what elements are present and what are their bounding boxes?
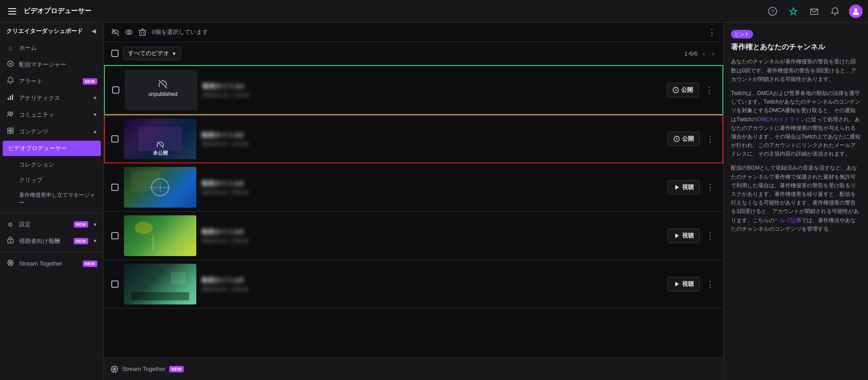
row-checkbox-4[interactable] (111, 232, 119, 239)
svg-text:?: ? (771, 9, 774, 15)
pagination-next-button[interactable]: › (711, 49, 716, 58)
toolbar-more-button[interactable]: ⋮ (708, 27, 716, 37)
video-meta-1: 2024-01-15 · 2:34:10 (203, 92, 661, 98)
help-article-link[interactable]: ヘルプ記事 (774, 217, 802, 223)
unpublished-label-2: 未公開 (153, 150, 168, 157)
stream-manager-icon (6, 60, 14, 69)
watch-label-5: 視聴 (682, 280, 694, 288)
row-checkbox-1[interactable] (112, 86, 119, 94)
video-title-5: 動画タイトル5 (202, 276, 662, 285)
video-producer-label: ビデオプロデューサー (8, 144, 67, 152)
magic-icon-button[interactable] (787, 5, 800, 18)
sidebar-item-analytics-label: アナリティクス (19, 94, 88, 102)
selection-count: 0個を選択しています (152, 28, 702, 36)
svg-point-20 (126, 30, 132, 34)
svg-marker-2 (790, 8, 797, 15)
video-title-3: 動画タイトル3 (202, 180, 662, 188)
video-thumbnail-4[interactable] (124, 215, 196, 256)
video-info-5: 動画タイトル5 2024-01-11 · 1:48:33 (202, 276, 662, 292)
sidebar-item-settings[interactable]: ⚙ 設定 NEW ▼ (0, 216, 104, 233)
row-checkbox-2[interactable] (111, 135, 119, 142)
row-checkbox-3[interactable] (111, 184, 119, 191)
video-title-1: 動画タイトル1 (203, 82, 661, 90)
sidebar-collapse-button[interactable]: ◄ (90, 27, 97, 35)
sidebar-sub-item-clips[interactable]: クリップ (0, 172, 104, 188)
alerts-icon (6, 77, 14, 86)
viewer-rewards-icon (6, 237, 14, 245)
sidebar-item-community[interactable]: コミュニティ ▼ (0, 106, 104, 123)
pagination-prev-button[interactable]: ‹ (701, 49, 707, 58)
video-info-3: 動画タイトル3 2024-01-13 · 4:05:22 (202, 180, 662, 195)
publish-button-1[interactable]: 公開 (667, 83, 699, 97)
help-icon-button[interactable]: ? (766, 5, 779, 18)
video-thumbnail-5[interactable] (124, 264, 196, 304)
publish-button-2[interactable]: 公開 (668, 132, 700, 146)
sidebar-item-settings-label: 設定 (19, 220, 69, 228)
video-filter-dropdown[interactable]: すべてのビデオ ▼ (123, 47, 181, 60)
sidebar-item-analytics[interactable]: アナリティクス ▼ (0, 90, 104, 106)
video-info-4: 動画タイトル4 2024-01-12 · 2:55:18 (202, 228, 662, 243)
mail-icon-button[interactable] (807, 5, 821, 18)
watch-button-5[interactable]: 視聴 (668, 277, 700, 291)
avatar-button[interactable] (849, 5, 863, 18)
sidebar-divider-1 (0, 213, 104, 214)
dmca-guidelines-link[interactable]: DMCAガイドライン (757, 116, 806, 123)
settings-icon: ⚙ (6, 221, 14, 228)
hide-button[interactable] (111, 28, 119, 36)
sidebar-sub-item-copyright[interactable]: 著作権侵害申し立てマネージャー (0, 188, 104, 210)
filter-dropdown-chevron-icon: ▼ (172, 51, 176, 56)
stream-together-icon (6, 259, 14, 268)
sidebar-sub-item-video-producer[interactable]: ビデオプロデューサー (3, 141, 101, 156)
body-wrap: クリエイターダッシュボード ◄ ⌂ ホーム 配信マネージャー アラート NEW … (0, 23, 868, 380)
delete-button[interactable] (138, 28, 147, 36)
right-panel: ヒント 著作権とあなたのチャンネル あなたのチャンネルが著作権侵害の警告を受けた… (723, 23, 868, 380)
sidebar-item-community-label: コミュニティ (19, 111, 88, 119)
hamburger-menu-button[interactable] (5, 5, 19, 17)
settings-new-badge: NEW (74, 221, 89, 228)
notifications-icon-button[interactable] (828, 5, 842, 18)
video-thumbnail-1[interactable]: unpublished (125, 70, 197, 110)
community-icon (6, 110, 14, 119)
row-more-button-2[interactable]: ⋮ (704, 132, 716, 146)
video-list: unpublished 動画タイトル1 2024-01-15 · 2:34:10… (104, 65, 723, 357)
svg-rect-14 (8, 131, 10, 133)
video-meta-4: 2024-01-12 · 2:55:18 (202, 238, 662, 243)
select-all-checkbox[interactable] (111, 50, 119, 57)
sidebar-item-viewer-rewards[interactable]: 視聴者向け報酬 NEW ▼ (0, 233, 104, 249)
stream-together-bottom-icon (110, 365, 119, 373)
sidebar-item-home[interactable]: ⌂ ホーム (0, 40, 104, 56)
row-more-button-3[interactable]: ⋮ (704, 180, 716, 194)
svg-point-17 (10, 241, 11, 242)
row-more-button-5[interactable]: ⋮ (704, 277, 716, 291)
stream-together-bottom-label: Stream Together (122, 366, 166, 372)
bottom-bar: Stream Together NEW (104, 357, 723, 380)
sidebar-item-stream-together[interactable]: Stream Together NEW (0, 255, 104, 272)
toolbar: 0個を選択しています ⋮ (104, 23, 723, 42)
watch-button-4[interactable]: 視聴 (668, 228, 700, 243)
row-checkbox-5[interactable] (111, 280, 119, 288)
sidebar-item-content[interactable]: コンテンツ ▲ (0, 123, 104, 140)
table-row: 動画タイトル4 2024-01-12 · 2:55:18 視聴 ⋮ (104, 212, 723, 260)
video-info-2: 動画タイトル2 2024-01-14 · 3:12:45 (202, 131, 662, 147)
publish-label-1: 公開 (681, 86, 693, 94)
row-more-button-4[interactable]: ⋮ (704, 229, 716, 242)
video-actions-5: 視聴 ⋮ (668, 277, 716, 291)
row-more-button-1[interactable]: ⋮ (703, 83, 715, 97)
svg-rect-8 (10, 96, 11, 100)
show-button[interactable] (125, 28, 133, 36)
pagination-count: 1-6/6 (684, 50, 698, 57)
watch-label-4: 視聴 (682, 232, 694, 240)
analytics-chevron-icon: ▼ (93, 95, 97, 100)
collections-label: コレクション (19, 161, 54, 169)
right-panel-para-3: 配信のBGMとして収録済みの音楽を流すなど、あなたのチャンネルで著作権で保護され… (731, 164, 861, 233)
watch-button-3[interactable]: 視聴 (668, 180, 700, 195)
sidebar-item-stream-manager[interactable]: 配信マネージャー (0, 56, 104, 73)
clips-label: クリップ (19, 176, 43, 184)
sidebar-sub-item-collections[interactable]: コレクション (0, 157, 104, 172)
video-thumbnail-3[interactable] (124, 167, 196, 208)
video-thumbnail-2[interactable]: 未公開 (124, 119, 196, 159)
right-panel-para-1: あなたのチャンネルが著作権侵害の警告を受けた回数は0回です。著作権侵害の警告を3… (731, 57, 861, 84)
page-title: ビデオプロデューサー (24, 7, 91, 15)
sidebar-item-alerts[interactable]: アラート NEW (0, 73, 104, 90)
svg-point-11 (11, 112, 13, 114)
